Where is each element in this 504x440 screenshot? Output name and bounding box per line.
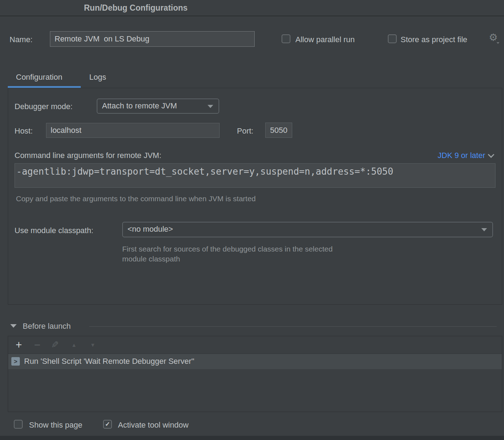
name-input[interactable] <box>50 31 255 47</box>
command-line-arguments-field[interactable]: -agentlib:jdwp=transport=dt_socket,serve… <box>15 163 495 188</box>
command-line-arguments-label: Command line arguments for remote JVM: <box>15 151 162 160</box>
dialog-titlebar: Run/Debug Configurations <box>0 0 504 16</box>
debugger-mode-label: Debugger mode: <box>15 102 73 111</box>
run-debug-configurations-dialog: Run/Debug Configurations Name: Allow par… <box>0 0 504 440</box>
before-launch-toolbar: + − ✎ ▲ ▼ <box>8 336 502 354</box>
module-classpath-hint-line2: module classpath <box>122 254 333 264</box>
gear-icon[interactable]: ⚙ <box>489 33 498 43</box>
configuration-panel: Debugger mode: Attach to remote JVM Host… <box>8 88 502 305</box>
store-as-project-file-label: Store as project file <box>401 35 467 44</box>
debugger-mode-select[interactable]: Attach to remote JVM <box>97 98 219 114</box>
name-label: Name: <box>10 35 33 44</box>
gear-dropdown-arrow-icon <box>497 42 499 44</box>
debugger-mode-value: Attach to remote JVM <box>102 101 177 111</box>
chevron-down-icon <box>481 228 487 231</box>
dialog-title: Run/Debug Configurations <box>84 3 188 13</box>
host-label: Host: <box>15 126 33 136</box>
before-launch-collapse-icon[interactable] <box>10 324 17 328</box>
module-classpath-hint-line1: First search for sources of the debugged… <box>122 244 333 254</box>
move-down-icon[interactable]: ▼ <box>86 336 100 354</box>
chevron-down-icon <box>488 151 494 158</box>
dialog-bottom-strip <box>0 436 504 440</box>
tab-logs[interactable]: Logs <box>89 73 106 82</box>
jdk-version-dropdown[interactable]: JDK 9 or later <box>438 151 494 160</box>
command-line-arguments-hint: Copy and paste the arguments to the comm… <box>16 194 256 203</box>
before-launch-title: Before launch <box>23 322 71 331</box>
activate-tool-window-label: Activate tool window <box>118 421 188 430</box>
chevron-down-icon <box>208 105 213 108</box>
move-up-icon[interactable]: ▲ <box>67 336 81 354</box>
check-icon: ✓ <box>104 421 111 428</box>
port-input[interactable] <box>265 123 292 138</box>
before-launch-divider <box>89 326 497 327</box>
module-classpath-select[interactable]: <no module> <box>122 222 493 237</box>
show-this-page-label: Show this page <box>29 421 82 430</box>
module-classpath-value: <no module> <box>128 225 173 234</box>
add-icon[interactable]: + <box>12 336 26 354</box>
host-input[interactable] <box>46 123 220 138</box>
before-launch-task-row[interactable]: > Run 'Shell Script 'Wait Remote Debugge… <box>8 354 502 369</box>
run-shell-script-icon: > <box>11 357 20 366</box>
module-classpath-hint: First search for sources of the debugged… <box>122 244 333 264</box>
port-label: Port: <box>237 126 253 136</box>
remove-icon[interactable]: − <box>30 336 44 354</box>
allow-parallel-run-label: Allow parallel run <box>295 35 355 44</box>
allow-parallel-run-checkbox[interactable] <box>282 34 290 43</box>
use-module-classpath-label: Use module classpath: <box>15 226 94 235</box>
store-as-project-file-checkbox[interactable] <box>388 34 397 43</box>
tab-configuration[interactable]: Configuration <box>16 73 62 82</box>
jdk-version-link[interactable]: JDK 9 or later <box>438 151 486 160</box>
before-launch-panel: + − ✎ ▲ ▼ > Run 'Shell Script 'Wait Remo… <box>8 336 502 412</box>
show-this-page-checkbox[interactable] <box>14 420 23 429</box>
edit-pencil-icon[interactable]: ✎ <box>48 336 62 354</box>
activate-tool-window-checkbox[interactable]: ✓ <box>103 420 112 429</box>
before-launch-task-label: Run 'Shell Script 'Wait Remote Debugger … <box>24 357 194 366</box>
